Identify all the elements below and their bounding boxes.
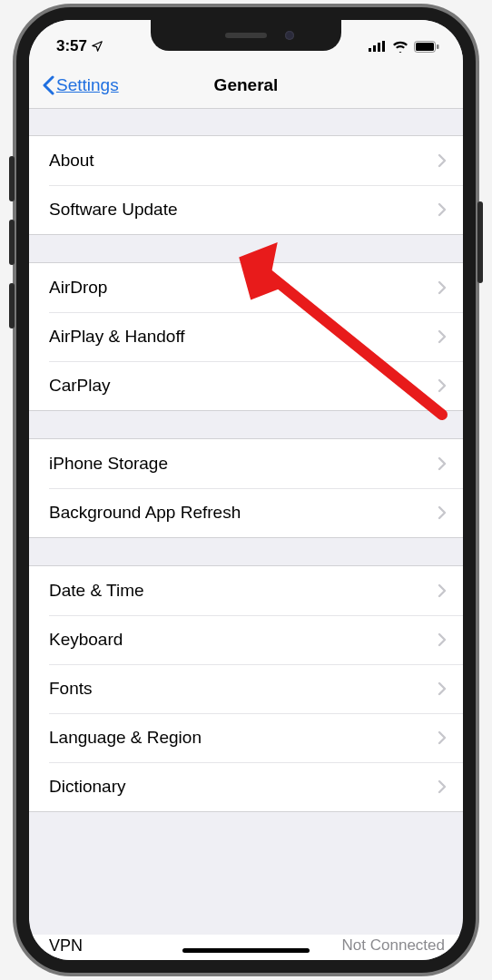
chevron-right-icon (438, 329, 447, 344)
wifi-icon (392, 41, 408, 53)
chevron-right-icon (438, 280, 447, 295)
row-label: Dictionary (49, 777, 125, 797)
row-vpn[interactable]: VPN Not Connected (29, 935, 463, 960)
phone-frame: 3:57 (16, 7, 476, 973)
section-separator (29, 410, 463, 439)
row-label: iPhone Storage (49, 454, 168, 474)
svg-rect-0 (369, 48, 371, 52)
svg-rect-1 (373, 45, 376, 52)
section-separator (29, 234, 463, 263)
row-label: Date & Time (49, 581, 144, 601)
cellular-signal-icon (369, 41, 387, 52)
location-arrow-icon (91, 40, 103, 53)
row-label: Language & Region (49, 728, 202, 748)
row-dictionary[interactable]: Dictionary (29, 762, 463, 811)
row-label: Software Update (49, 200, 178, 220)
row-label: AirPlay & Handoff (49, 327, 185, 347)
battery-icon (414, 41, 439, 53)
nav-bar: Settings General (29, 62, 463, 109)
chevron-right-icon (438, 153, 447, 168)
row-software-update[interactable]: Software Update (29, 185, 463, 234)
home-indicator[interactable] (182, 948, 310, 953)
svg-rect-5 (416, 43, 434, 51)
settings-list[interactable]: About Software Update AirDrop AirPlay & … (29, 109, 463, 848)
chevron-right-icon (438, 779, 447, 794)
front-camera (285, 31, 294, 40)
row-detail: Not Connected (342, 936, 445, 955)
row-about[interactable]: About (29, 136, 463, 185)
row-carplay[interactable]: CarPlay (29, 361, 463, 410)
svg-rect-6 (437, 44, 439, 49)
row-label: AirDrop (49, 278, 107, 298)
chevron-right-icon (438, 583, 447, 598)
chevron-right-icon (438, 505, 447, 520)
chevron-right-icon (438, 632, 447, 647)
row-keyboard[interactable]: Keyboard (29, 615, 463, 664)
row-label: Background App Refresh (49, 503, 241, 523)
svg-rect-2 (378, 43, 380, 52)
chevron-left-icon (42, 75, 54, 95)
notch (151, 20, 341, 51)
row-fonts[interactable]: Fonts (29, 664, 463, 713)
back-label: Settings (56, 75, 119, 95)
chevron-right-icon (438, 730, 447, 745)
speaker-grille (225, 33, 267, 38)
svg-rect-3 (382, 41, 385, 52)
row-language-region[interactable]: Language & Region (29, 713, 463, 762)
row-label: Keyboard (49, 630, 123, 650)
back-button[interactable]: Settings (42, 75, 119, 95)
row-label: Fonts (49, 679, 93, 699)
row-label: VPN (49, 936, 83, 956)
chevron-right-icon (438, 202, 447, 217)
row-airdrop[interactable]: AirDrop (29, 263, 463, 312)
row-date-time[interactable]: Date & Time (29, 566, 463, 615)
section-separator (29, 537, 463, 566)
section-separator (29, 109, 463, 136)
section-separator (29, 811, 463, 848)
row-label: CarPlay (49, 376, 111, 396)
chevron-right-icon (438, 456, 447, 471)
chevron-right-icon (438, 681, 447, 696)
row-airplay-handoff[interactable]: AirPlay & Handoff (29, 312, 463, 361)
row-background-app-refresh[interactable]: Background App Refresh (29, 488, 463, 537)
status-time: 3:57 (56, 37, 87, 55)
row-iphone-storage[interactable]: iPhone Storage (29, 439, 463, 488)
screen: 3:57 (29, 20, 463, 960)
chevron-right-icon (438, 378, 447, 393)
row-label: About (49, 151, 94, 171)
